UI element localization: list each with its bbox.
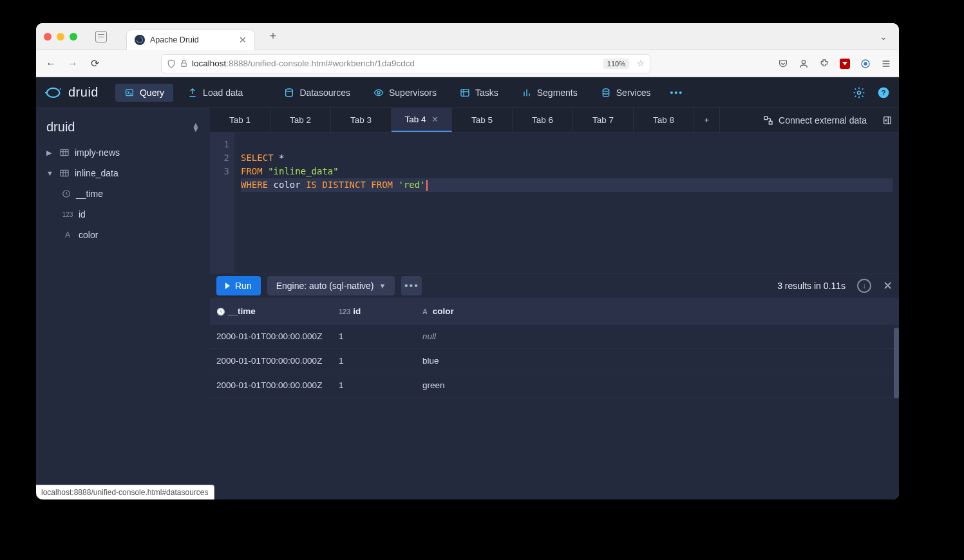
minimize-window-button[interactable] (57, 33, 64, 41)
nav-more[interactable]: ••• (665, 84, 688, 102)
sql-editor[interactable]: 1 2 3 SELECT * FROM "inline_data" WHERE … (210, 133, 899, 273)
tab-7[interactable]: Tab 7 (573, 108, 634, 132)
connect-icon (763, 115, 773, 126)
nav-tasks-label: Tasks (475, 88, 498, 98)
panel-icon (882, 115, 893, 126)
main-panel: Tab 1 Tab 2 Tab 3 Tab 4✕ Tab 5 Tab 6 Tab… (210, 108, 899, 499)
reload-button[interactable]: ⟳ (88, 57, 102, 70)
add-tab-button[interactable]: + (694, 108, 720, 132)
run-button[interactable]: Run (216, 276, 261, 295)
close-results-button[interactable]: ✕ (883, 279, 893, 293)
col-header-time[interactable]: 🕓__time (210, 299, 332, 324)
col-header-id[interactable]: 123id (332, 299, 416, 324)
druid-logo[interactable]: druid (45, 84, 99, 102)
url-bar[interactable]: localhost:8888/unified-console.html#work… (161, 54, 650, 73)
svg-point-12 (858, 91, 861, 94)
upload-icon (187, 88, 198, 98)
scrollbar-thumb[interactable] (894, 328, 899, 398)
clock-icon: 🕓 (216, 308, 225, 315)
ublock-icon[interactable] (840, 59, 850, 69)
tabs-dropdown-icon[interactable]: ⌄ (880, 32, 887, 42)
shield-icon[interactable] (167, 59, 176, 68)
tab-5[interactable]: Tab 5 (452, 108, 513, 132)
code-content[interactable]: SELECT * FROM "inline_data" WHERE color … (234, 133, 899, 273)
extension2-icon[interactable] (860, 59, 871, 69)
more-button[interactable]: ••• (401, 276, 422, 295)
column-id[interactable]: 123 id (44, 205, 202, 223)
cell-color: null (416, 324, 899, 349)
col-header-color[interactable]: A color (416, 299, 899, 324)
nav-services-label: Services (616, 88, 651, 98)
column-time[interactable]: __time (44, 185, 202, 203)
table-row[interactable]: 2000-01-01T00:00:00.000Z1blue (210, 349, 899, 373)
close-tab-icon[interactable]: ✕ (431, 115, 439, 124)
close-tab-button[interactable]: ✕ (239, 35, 247, 45)
cell-id: 1 (332, 373, 416, 398)
druid-logo-icon (45, 84, 63, 102)
column-color[interactable]: A color (44, 226, 202, 244)
bookmark-icon[interactable]: ☆ (637, 59, 645, 68)
nav-query[interactable]: Query (115, 84, 173, 102)
tab-8[interactable]: Tab 8 (634, 108, 694, 132)
svg-rect-16 (61, 170, 68, 176)
cell-time: 2000-01-01T00:00:00.000Z (210, 324, 332, 349)
svg-point-4 (47, 88, 60, 97)
nav-supervisors[interactable]: Supervisors (364, 84, 446, 102)
tab-6[interactable]: Tab 6 (513, 108, 573, 132)
nav-services[interactable]: Services (592, 84, 660, 102)
cell-id: 1 (332, 349, 416, 373)
account-icon[interactable] (799, 59, 809, 69)
extensions-icon[interactable] (819, 59, 829, 69)
tab-overview-icon[interactable] (95, 31, 107, 42)
sidebar: druid ▲▼ ▶ imply-news ▼ inline_data __ti… (36, 108, 210, 499)
lock-icon[interactable] (180, 59, 188, 68)
query-icon (124, 88, 135, 98)
cell-color: green (416, 373, 899, 398)
browser-toolbar: ← → ⟳ localhost:8888/unified-console.htm… (36, 50, 899, 77)
toolbar-right-icons (778, 59, 891, 69)
nav-load-data[interactable]: Load data (178, 84, 252, 102)
tab-1[interactable]: Tab 1 (210, 108, 270, 132)
tab-2[interactable]: Tab 2 (270, 108, 331, 132)
link-preview: localhost:8888/unified-console.html#data… (36, 485, 214, 499)
engine-select[interactable]: Engine: auto (sql-native) ▼ (267, 276, 395, 295)
clock-icon (62, 189, 71, 198)
browser-titlebar: Apache Druid ✕ + ⌄ (36, 23, 899, 50)
sidebar-sort-icon[interactable]: ▲▼ (192, 123, 200, 132)
results-table: 🕓__time 123id A color 2000-01-01T00:00:0… (210, 299, 899, 398)
connect-external-data[interactable]: Connect external data (754, 108, 876, 132)
new-tab-button[interactable]: + (265, 29, 281, 44)
segments-icon (522, 88, 532, 98)
nav-datasources[interactable]: Datasources (275, 84, 359, 102)
run-bar: Run Engine: auto (sql-native) ▼ ••• 3 re… (210, 273, 899, 299)
tab-3[interactable]: Tab 3 (331, 108, 392, 132)
browser-tab-active[interactable]: Apache Druid ✕ (126, 30, 255, 50)
nav-tasks[interactable]: Tasks (451, 84, 507, 102)
nav-datasources-label: Datasources (299, 88, 350, 98)
table-row[interactable]: 2000-01-01T00:00:00.000Z1null (210, 324, 899, 349)
ellipsis-icon: ••• (670, 88, 683, 98)
nav-segments[interactable]: Segments (513, 84, 587, 102)
number-type-icon: 123 (62, 211, 73, 218)
panel-toggle-button[interactable] (876, 108, 899, 132)
settings-icon[interactable] (853, 86, 865, 99)
help-icon[interactable]: ? (877, 86, 890, 99)
download-button[interactable]: ↓ (857, 279, 871, 293)
datasource-imply-news[interactable]: ▶ imply-news (44, 144, 202, 162)
datasources-icon (284, 88, 294, 98)
pocket-icon[interactable] (778, 59, 788, 69)
url-text: localhost:8888/unified-console.html#work… (192, 59, 415, 68)
forward-button[interactable]: → (66, 58, 80, 70)
svg-rect-18 (764, 117, 768, 120)
datasource-inline-data[interactable]: ▼ inline_data (44, 164, 202, 182)
svg-point-1 (802, 60, 805, 63)
back-button[interactable]: ← (44, 58, 58, 70)
zoom-badge[interactable]: 110% (603, 59, 629, 69)
tab-4[interactable]: Tab 4✕ (392, 108, 452, 132)
sidebar-title-row: druid ▲▼ (44, 116, 202, 141)
menu-icon[interactable] (881, 59, 891, 69)
maximize-window-button[interactable] (70, 33, 77, 41)
svg-rect-19 (769, 121, 772, 124)
close-window-button[interactable] (44, 33, 52, 41)
table-row[interactable]: 2000-01-01T00:00:00.000Z1green (210, 373, 899, 398)
